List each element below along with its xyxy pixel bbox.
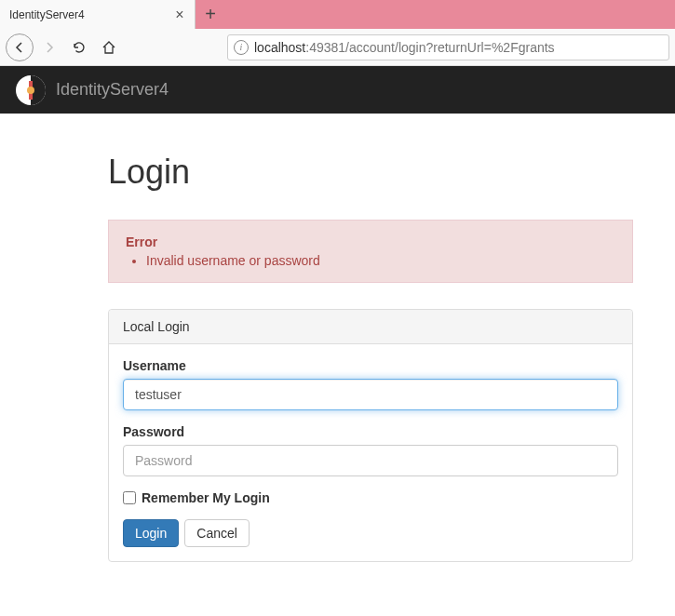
browser-nav-bar: i localhost:49381/account/login?returnUr… — [0, 29, 675, 66]
username-label: Username — [123, 358, 618, 373]
login-panel: Local Login Username Password Remember M… — [108, 309, 633, 562]
forward-button — [35, 33, 63, 61]
back-button[interactable] — [6, 33, 34, 61]
panel-heading: Local Login — [109, 310, 632, 344]
reload-icon — [72, 40, 87, 55]
page-container: Login Error Invalid username or password… — [0, 114, 633, 562]
alert-message: Invalid username or password — [146, 253, 615, 268]
password-group: Password — [123, 424, 618, 476]
remember-label[interactable]: Remember My Login — [142, 490, 270, 505]
password-label: Password — [123, 424, 618, 439]
arrow-right-icon — [42, 40, 57, 55]
new-tab-button[interactable]: + — [196, 0, 225, 29]
app-logo-icon — [15, 74, 47, 106]
arrow-left-icon — [12, 40, 27, 55]
alert-heading: Error — [126, 234, 157, 249]
password-input[interactable] — [123, 445, 618, 476]
reload-button[interactable] — [65, 33, 93, 61]
url-bar[interactable]: i localhost:49381/account/login?returnUr… — [227, 34, 669, 60]
browser-tab[interactable]: IdentityServer4 × — [0, 0, 196, 29]
page-title: Login — [108, 153, 633, 192]
username-group: Username — [123, 358, 618, 410]
remember-group: Remember My Login — [123, 490, 618, 505]
login-button[interactable]: Login — [123, 519, 179, 547]
remember-checkbox[interactable] — [123, 491, 136, 504]
cancel-button[interactable]: Cancel — [184, 519, 250, 547]
svg-point-2 — [27, 87, 34, 94]
info-icon[interactable]: i — [234, 40, 249, 55]
home-button[interactable] — [95, 33, 123, 61]
button-row: Login Cancel — [123, 519, 618, 547]
app-navbar: IdentityServer4 — [0, 66, 675, 114]
close-icon[interactable]: × — [172, 7, 187, 22]
error-alert: Error Invalid username or password — [108, 220, 633, 283]
browser-tab-bar: IdentityServer4 × + — [0, 0, 675, 29]
tab-title: IdentityServer4 — [9, 8, 172, 21]
username-input[interactable] — [123, 379, 618, 410]
app-brand[interactable]: IdentityServer4 — [56, 80, 169, 100]
home-icon — [101, 40, 116, 55]
url-text: localhost:49381/account/login?returnUrl=… — [254, 40, 555, 55]
panel-body: Username Password Remember My Login Logi… — [109, 344, 632, 561]
